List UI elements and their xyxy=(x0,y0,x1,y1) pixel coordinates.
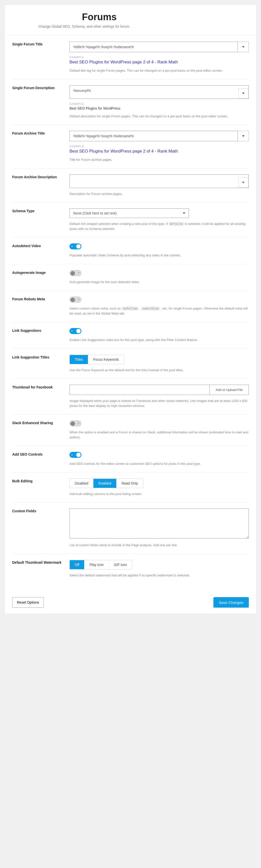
single-forum-title-example[interactable]: Best SEO Plugins for WordPress page 2 of… xyxy=(70,60,249,65)
example-label: EXAMPLE xyxy=(70,102,249,105)
example-label: EXAMPLE xyxy=(70,145,249,148)
schema-type-help: Default rich snippet selected when creat… xyxy=(70,221,249,231)
forum-archive-desc-input[interactable] xyxy=(70,175,249,188)
watermark-off-opt[interactable]: Off xyxy=(70,560,84,569)
chevron-down-icon xyxy=(242,135,245,137)
chevron-down-icon xyxy=(242,182,245,183)
chevron-down-icon xyxy=(242,46,245,48)
schema-type-select[interactable]: None (Click here to set one) xyxy=(70,209,189,218)
watermark-help: Select the default watermark that will b… xyxy=(70,573,249,578)
single-forum-desc-dropdown[interactable] xyxy=(238,88,248,98)
forum-archive-desc-label: Forum Archive Description xyxy=(12,175,70,196)
bulk-editing-help: Add bulk editing columns to the post lis… xyxy=(70,492,249,497)
forum-archive-title-help: Title for Forum archive pages. xyxy=(70,157,249,162)
single-forum-desc-example: Best SEO Plugins for WordPress xyxy=(70,106,249,110)
forum-archive-desc-help: Description for Forum archive pages. xyxy=(70,191,249,196)
bulk-enabled-opt[interactable]: Enabled xyxy=(94,479,116,488)
bulk-editing-group: Disabled Enabled Read Only xyxy=(70,478,143,488)
link-suggestion-focus-opt[interactable]: Focus Keywords xyxy=(88,355,124,364)
save-button[interactable]: Save Changes xyxy=(214,597,249,608)
autogenerate-image-help: Auto-generate image for the auto detecte… xyxy=(70,280,249,285)
thumbnail-fb-help: Image displayed when your page is shared… xyxy=(70,398,249,408)
forum-archive-desc-dropdown[interactable] xyxy=(238,178,248,187)
single-forum-title-label: Single Forum Title xyxy=(12,42,70,73)
autogenerate-image-toggle[interactable] xyxy=(70,270,81,276)
slack-label: Slack Enhanced Sharing xyxy=(12,421,70,440)
page-subtitle: Change Global SEO, Schema, and other set… xyxy=(38,25,246,28)
link-suggestions-toggle[interactable] xyxy=(70,328,81,334)
forum-archive-title-dropdown[interactable] xyxy=(238,131,249,141)
autodetect-video-help: Populate automatic Video Schema by auto-… xyxy=(70,253,249,258)
custom-fields-label: Custom Fields xyxy=(12,508,70,548)
reset-button[interactable]: Reset Options xyxy=(12,597,44,608)
chevron-down-icon xyxy=(242,93,245,94)
link-suggestions-label: Link Suggestions xyxy=(12,328,70,342)
autodetect-video-label: Autodetect Video xyxy=(12,243,70,258)
forum-archive-title-input[interactable]: %title% %page% %sep% %sitename% xyxy=(70,131,238,141)
schema-type-value: None (Click here to set one) xyxy=(73,211,117,215)
single-forum-desc-input[interactable]: %excerpt% xyxy=(70,85,249,99)
link-suggestion-titles-group: Titles Focus Keywords xyxy=(70,355,124,364)
example-label: EXAMPLE xyxy=(70,56,249,59)
single-forum-desc-label: Single Forum Description xyxy=(12,85,70,119)
slack-help: When the option is enabled and a Forum i… xyxy=(70,430,249,440)
forum-robots-help: Select custom robots meta, such as nofol… xyxy=(70,306,249,316)
page-header: Forums Change Global SEO, Schema, and ot… xyxy=(5,5,256,36)
seo-controls-help: Add SEO controls for the editor screen t… xyxy=(70,461,249,466)
autogenerate-image-label: Autogenerate Image xyxy=(12,270,70,285)
bulk-editing-label: Bulk Editing xyxy=(12,478,70,497)
link-suggestion-titles-label: Link Suggestion Titles xyxy=(12,355,70,373)
thumbnail-fb-input[interactable] xyxy=(70,385,210,395)
custom-fields-textarea[interactable] xyxy=(70,508,249,538)
bulk-disabled-opt[interactable]: Disabled xyxy=(70,479,94,488)
seo-controls-toggle[interactable] xyxy=(70,452,81,458)
custom-fields-help: List of custom fields name to include in… xyxy=(70,543,249,548)
watermark-group: Off Play icon GIF icon xyxy=(70,560,132,569)
link-suggestion-titles-help: Use the Focus Keyword as the default tex… xyxy=(70,368,249,373)
forum-robots-label: Forum Robots Meta xyxy=(12,297,70,316)
single-forum-title-dropdown[interactable] xyxy=(238,42,249,52)
watermark-play-opt[interactable]: Play icon xyxy=(84,560,109,569)
forum-archive-title-example[interactable]: Best SEO Plugins for WordPress page 2 of… xyxy=(70,149,249,154)
watermark-gif-opt[interactable]: GIF icon xyxy=(109,560,132,569)
watermark-label: Default Thumbnail Watermark xyxy=(12,560,70,578)
chevron-down-icon xyxy=(183,212,185,214)
link-suggestions-help: Enable Link Suggestions meta box for thi… xyxy=(70,338,249,342)
thumbnail-fb-label: Thumbnail for Facebook xyxy=(12,385,70,408)
thumbnail-fb-upload-button[interactable]: Add or Upload File xyxy=(210,385,249,395)
bulk-readonly-opt[interactable]: Read Only xyxy=(117,479,143,488)
slack-toggle[interactable] xyxy=(70,421,81,426)
seo-controls-label: Add SEO Controls xyxy=(12,452,70,466)
single-forum-title-help: Default title tag for single Forum pages… xyxy=(70,68,249,73)
forum-archive-title-label: Forum Archive Title xyxy=(12,131,70,162)
schema-type-label: Schema Type xyxy=(12,209,70,231)
single-forum-title-input[interactable]: %title% %page% %sep% %sitename% xyxy=(70,42,238,52)
page-title: Forums xyxy=(82,12,246,23)
forum-robots-toggle[interactable] xyxy=(70,297,81,303)
link-suggestion-titles-opt[interactable]: Titles xyxy=(70,355,88,364)
autodetect-video-toggle[interactable] xyxy=(70,243,81,249)
single-forum-desc-help: Default description for single Forum pag… xyxy=(70,114,249,119)
